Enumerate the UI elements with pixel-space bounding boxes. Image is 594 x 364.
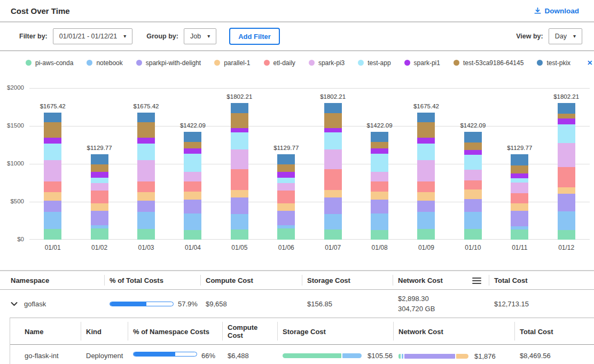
bar-01/10[interactable]: $1422.09 — [464, 132, 482, 240]
bar-segment-spark-pi1[interactable] — [91, 172, 108, 178]
bar-segment-spark-pi3[interactable] — [231, 149, 248, 169]
bar-segment-test-app[interactable] — [558, 124, 575, 143]
bar-segment-spark-pi1[interactable] — [324, 128, 342, 132]
bar-segment-parallel-1[interactable] — [44, 192, 61, 201]
bar-segment-pi-aws-conda[interactable] — [184, 230, 201, 240]
bar-segment-test-pkix[interactable] — [464, 132, 482, 142]
bar-segment-test-pkix[interactable] — [231, 103, 248, 113]
bar-segment-test-app[interactable] — [324, 132, 342, 149]
bar-segment-etl-daily[interactable] — [371, 181, 388, 192]
bar-segment-spark-pi1[interactable] — [511, 173, 528, 178]
legend-item-etl-daily[interactable]: etl-daily — [264, 59, 295, 67]
bar-segment-spark-pi1[interactable] — [137, 138, 155, 144]
bar-segment-test-53ca9186-64145[interactable] — [417, 122, 435, 138]
bar-segment-spark-pi1[interactable] — [417, 138, 435, 144]
bar-segment-test-app[interactable] — [44, 144, 61, 160]
bar-segment-pi-aws-conda[interactable] — [511, 230, 528, 240]
bar-segment-parallel-1[interactable] — [184, 192, 201, 200]
bar-segment-pi-aws-conda[interactable] — [371, 230, 388, 240]
bar-segment-test-53ca9186-64145[interactable] — [277, 164, 295, 171]
bar-segment-test-app[interactable] — [277, 178, 295, 183]
bar-segment-spark-pi3[interactable] — [371, 172, 388, 181]
bar-segment-notebook[interactable] — [137, 212, 155, 229]
bar-segment-parallel-1[interactable] — [91, 203, 108, 211]
bar-segment-test-53ca9186-64145[interactable] — [44, 122, 61, 138]
bar-01/03[interactable]: $1675.42 — [137, 113, 155, 240]
bar-segment-test-53ca9186-64145[interactable] — [371, 142, 388, 148]
legend-item-sparkpi-with-delight[interactable]: sparkpi-with-delight — [136, 59, 201, 67]
bar-segment-notebook[interactable] — [371, 213, 388, 230]
bar-segment-pi-aws-conda[interactable] — [464, 229, 482, 240]
bar-segment-spark-pi3[interactable] — [137, 160, 155, 181]
bar-segment-notebook[interactable] — [231, 214, 248, 230]
bar-segment-test-pkix[interactable] — [277, 154, 295, 165]
bar-segment-test-53ca9186-64145[interactable] — [511, 165, 528, 173]
bar-segment-spark-pi1[interactable] — [371, 148, 388, 154]
bar-segment-test-53ca9186-64145[interactable] — [137, 122, 155, 138]
bar-segment-test-53ca9186-64145[interactable] — [91, 164, 108, 171]
bar-segment-spark-pi3[interactable] — [184, 172, 201, 181]
bar-segment-spark-pi1[interactable] — [231, 128, 248, 132]
legend-item-notebook[interactable]: notebook — [87, 59, 122, 67]
bar-segment-test-app[interactable] — [184, 154, 201, 172]
bar-segment-notebook[interactable] — [464, 212, 482, 229]
bar-segment-test-app[interactable] — [137, 144, 155, 160]
bar-segment-pi-aws-conda[interactable] — [324, 230, 342, 240]
legend-item-pi-aws-conda[interactable]: pi-aws-conda — [26, 59, 73, 67]
bar-segment-test-pkix[interactable] — [44, 113, 61, 122]
bar-segment-pi-aws-conda[interactable] — [558, 230, 575, 240]
bar-segment-spark-pi1[interactable] — [464, 150, 482, 155]
bar-segment-sparkpi-with-delight[interactable] — [464, 199, 482, 212]
bar-01/04[interactable]: $1422.09 — [184, 132, 201, 240]
bar-segment-spark-pi3[interactable] — [417, 160, 435, 181]
column-menu-icon[interactable] — [472, 278, 481, 284]
bar-segment-spark-pi3[interactable] — [464, 170, 482, 180]
bar-01/05[interactable]: $1802.21 — [231, 103, 248, 240]
bar-segment-parallel-1[interactable] — [371, 192, 388, 200]
bar-segment-test-53ca9186-64145[interactable] — [558, 114, 575, 118]
bar-segment-test-53ca9186-64145[interactable] — [324, 113, 342, 128]
bar-segment-sparkpi-with-delight[interactable] — [371, 200, 388, 214]
bar-segment-etl-daily[interactable] — [558, 167, 575, 187]
bar-segment-spark-pi3[interactable] — [91, 183, 108, 190]
bar-segment-parallel-1[interactable] — [464, 189, 482, 200]
bar-segment-spark-pi1[interactable] — [44, 138, 61, 144]
bar-segment-sparkpi-with-delight[interactable] — [44, 201, 61, 212]
bar-segment-pi-aws-conda[interactable] — [277, 228, 295, 240]
bar-segment-pi-aws-conda[interactable] — [44, 229, 61, 240]
bar-segment-test-pkix[interactable] — [558, 103, 575, 114]
table-row-go-flask-int[interactable]: go-flask-int Deployment 66% $6,488 $105.… — [10, 345, 594, 364]
legend-item-spark-pi1[interactable]: spark-pi1 — [404, 59, 440, 67]
bar-segment-etl-daily[interactable] — [464, 180, 482, 189]
bar-segment-parallel-1[interactable] — [231, 190, 248, 197]
bar-segment-sparkpi-with-delight[interactable] — [137, 201, 155, 212]
bar-segment-spark-pi3[interactable] — [558, 143, 575, 167]
deselect-all-button[interactable]: ✕ Deselect All — [584, 55, 594, 71]
bar-segment-parallel-1[interactable] — [137, 192, 155, 201]
bar-segment-spark-pi1[interactable] — [184, 148, 201, 154]
bar-segment-test-pkix[interactable] — [511, 154, 528, 166]
bar-01/11[interactable]: $1129.77 — [511, 154, 528, 240]
bar-segment-spark-pi3[interactable] — [277, 183, 295, 190]
group-by-select[interactable]: Job ▾ — [184, 28, 216, 44]
bar-segment-sparkpi-with-delight[interactable] — [417, 201, 435, 212]
legend-item-test-53ca9186-64145[interactable]: test-53ca9186-64145 — [454, 59, 523, 67]
expand-chevron-icon[interactable] — [11, 302, 18, 306]
bar-segment-sparkpi-with-delight[interactable] — [91, 211, 108, 225]
bar-segment-test-pkix[interactable] — [371, 132, 388, 142]
bar-segment-etl-daily[interactable] — [277, 191, 295, 204]
bar-segment-test-app[interactable] — [464, 155, 482, 170]
bar-segment-sparkpi-with-delight[interactable] — [324, 197, 342, 215]
bar-segment-etl-daily[interactable] — [231, 169, 248, 189]
bar-01/08[interactable]: $1422.09 — [371, 132, 388, 240]
table-row-goflask[interactable]: goflask 57.9% $9,658 $156.85 $2,898.30 3… — [0, 290, 594, 318]
bar-01/01[interactable]: $1675.42 — [44, 113, 61, 240]
bar-segment-pi-aws-conda[interactable] — [231, 230, 248, 240]
bar-segment-parallel-1[interactable] — [511, 203, 528, 211]
bar-segment-etl-daily[interactable] — [44, 181, 61, 192]
bar-segment-etl-daily[interactable] — [184, 181, 201, 192]
bar-segment-sparkpi-with-delight[interactable] — [231, 197, 248, 215]
bar-segment-notebook[interactable] — [184, 213, 201, 230]
legend-item-test-app[interactable]: test-app — [358, 59, 390, 67]
bar-01/07[interactable]: $1802.21 — [324, 103, 342, 240]
